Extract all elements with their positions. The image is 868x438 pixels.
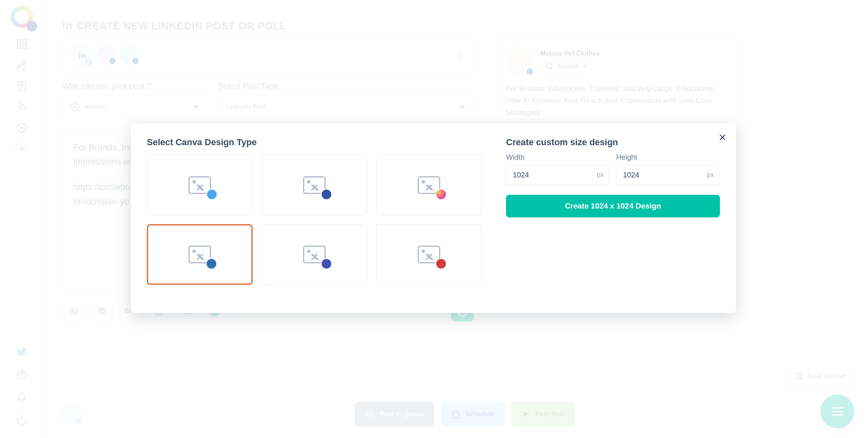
height-unit: px (707, 171, 714, 179)
height-input-wrap: px (616, 165, 720, 185)
create-design-button[interactable]: Create 1024 x 1024 Design (506, 195, 720, 217)
height-label: Height (616, 153, 720, 162)
design-tile-google-business[interactable] (261, 224, 367, 285)
facebook-icon (321, 189, 332, 200)
instagram-icon (435, 189, 447, 200)
height-input[interactable] (622, 171, 663, 180)
design-type-grid (147, 155, 482, 285)
design-tile-instagram[interactable] (376, 155, 482, 215)
design-tile-twitter[interactable] (147, 155, 253, 215)
width-input-wrap: px (506, 165, 610, 185)
width-unit: px (597, 171, 604, 179)
design-tile-linkedin[interactable] (147, 224, 253, 285)
linkedin-icon (206, 258, 217, 269)
pinterest-icon (435, 258, 447, 269)
modal-right-title: Create custom size design (506, 137, 720, 148)
width-label: Width (506, 153, 610, 162)
google-business-icon (321, 258, 332, 269)
twitter-icon (206, 189, 218, 200)
design-tile-facebook[interactable] (261, 155, 367, 215)
modal-left-title: Select Canva Design Type (147, 137, 482, 148)
modal-close-button[interactable]: × (719, 131, 726, 144)
width-input[interactable] (512, 171, 552, 180)
design-tile-pinterest[interactable] (376, 224, 482, 285)
canva-design-modal: × Select Canva Design Type Create custom… (131, 123, 736, 313)
